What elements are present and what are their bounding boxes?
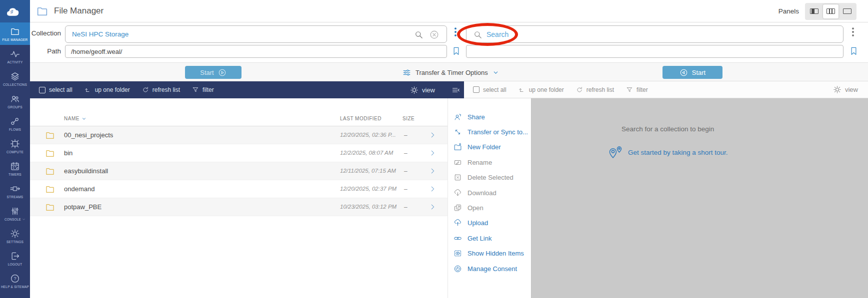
three-panel-icon [843, 8, 852, 14]
path-label: Path [30, 47, 61, 55]
collection-input[interactable] [66, 26, 411, 42]
refresh-list-button[interactable]: refresh list [576, 86, 614, 93]
left-collection-menu-dots-icon[interactable] [450, 26, 461, 37]
logout-icon [10, 251, 20, 261]
bookmark-icon[interactable] [849, 45, 858, 57]
stream-icon [10, 184, 20, 194]
sidebar-item-collections[interactable]: COLLECTIONS [0, 67, 30, 90]
up-one-folder-button[interactable]: up one folder [84, 86, 130, 93]
menu-item-show-hidden-items[interactable]: Show Hidden Items [448, 246, 531, 261]
new-folder-icon [454, 143, 462, 151]
page-title: File Manager [54, 6, 104, 16]
sidebar-item-activity[interactable]: ACTIVITY [0, 45, 30, 67]
table-row-folder[interactable]: potpaw_PBE 10/23/2025, 03:12 PM – [30, 198, 448, 216]
last-modified: 12/11/2025, 07:15 AM [340, 168, 396, 174]
menu-item-share[interactable]: Share [448, 109, 531, 124]
table-row-folder[interactable]: ondemand 12/20/2025, 02:37 PM – [30, 180, 448, 198]
filter-button[interactable]: filter [192, 86, 214, 93]
table-row-folder[interactable]: 00_nesi_projects 12/20/2025, 02:36 P... … [30, 126, 448, 144]
menu-item-new-folder[interactable]: New Folder [448, 140, 531, 155]
gear-icon [410, 86, 418, 94]
folder-name: easybuildinstall [64, 167, 108, 175]
menu-item-open[interactable]: Open [448, 200, 531, 215]
activity-pulse-icon [10, 49, 20, 59]
sort-by-name-header[interactable]: NAME [64, 116, 86, 121]
chevron-right-icon[interactable] [429, 131, 436, 139]
file-manager-folder-icon [36, 5, 48, 17]
right-collection-search-input[interactable] [486, 26, 836, 42]
sidebar-item-flows[interactable]: FLOWS [0, 112, 30, 135]
sidebar-item-logout[interactable]: LOGOUT [0, 247, 30, 270]
sidebar-item-compute[interactable]: COMPUTE [0, 135, 30, 157]
people-icon [10, 94, 20, 104]
select-all-button[interactable]: select all [39, 86, 72, 93]
one-panel-button[interactable] [806, 4, 822, 18]
menu-item-delete-selected[interactable]: Delete Selected [448, 170, 531, 185]
table-row-folder[interactable]: easybuildinstall 12/11/2025, 07:15 AM – [30, 162, 448, 180]
up-one-folder-icon [84, 86, 92, 93]
search-icon[interactable] [414, 30, 424, 39]
file-list: NAME LAST MODIFIED SIZE 00_nesi_projects… [30, 98, 448, 298]
right-path-input[interactable] [466, 45, 844, 58]
menu-item-upload[interactable]: Upload [448, 216, 531, 231]
up-one-folder-icon [518, 86, 526, 93]
chevron-right-icon[interactable] [429, 203, 436, 211]
tour-link[interactable]: Get started by taking a short tour. [608, 144, 728, 160]
left-path-input[interactable] [65, 45, 447, 58]
panels-label: Panels [778, 7, 799, 15]
view-options-button[interactable]: view [410, 86, 435, 94]
view-options-button[interactable]: view [833, 85, 858, 94]
right-collection-menu-dots-icon[interactable] [848, 26, 858, 37]
two-panel-icon [826, 8, 835, 14]
filter-button[interactable]: filter [626, 86, 648, 93]
chevron-right-icon[interactable] [429, 185, 436, 193]
menu-item-rename[interactable]: Rename [448, 155, 531, 170]
left-start-transfer-button[interactable]: Start [185, 66, 242, 79]
cloud-upload-icon [454, 219, 462, 227]
sidebar-item-help-sitemap[interactable]: HELP & SITEMAP [0, 270, 30, 292]
folder-icon [45, 184, 55, 194]
left-nav-sidebar: FILE MANAGER ACTIVITY COLLECTIONS GROUPS… [0, 22, 30, 298]
menu-item-transfer-or-sync[interactable]: Transfer or Sync to... [448, 124, 531, 139]
start-button-label: Start [200, 69, 214, 76]
filter-funnel-icon [626, 86, 633, 93]
bookmark-icon[interactable] [452, 45, 461, 57]
sidebar-item-streams[interactable]: STREAMS [0, 180, 30, 202]
sidebar-item-label: FLOWS [9, 128, 21, 131]
play-left-icon [680, 68, 688, 77]
select-all-checkbox[interactable] [39, 87, 46, 93]
folder-name: 00_nesi_projects [64, 131, 113, 139]
menu-item-label: Open [468, 204, 484, 212]
menu-item-download[interactable]: Download [448, 185, 531, 200]
clear-collection-icon[interactable] [429, 29, 440, 40]
up-one-folder-button[interactable]: up one folder [518, 86, 564, 93]
menu-item-manage-consent[interactable]: Manage Consent [448, 261, 531, 276]
left-panel-toolbar: select all up one folder refresh list fi… [30, 81, 464, 98]
select-all-label: select all [483, 86, 506, 93]
globus-cloud-logo[interactable]: g [0, 0, 30, 22]
select-all-checkbox[interactable] [473, 86, 480, 93]
sidebar-item-file-manager[interactable]: FILE MANAGER [0, 22, 30, 45]
sidebar-item-console[interactable]: CONSOLE [0, 202, 30, 225]
refresh-icon [142, 86, 149, 93]
chevron-right-icon[interactable] [429, 167, 436, 175]
chevron-right-icon[interactable] [429, 149, 436, 157]
two-panel-button[interactable] [823, 4, 838, 18]
sidebar-item-label: GROUPS [8, 105, 22, 109]
up-one-folder-label: up one folder [529, 86, 564, 93]
sidebar-item-settings[interactable]: SETTINGS [0, 225, 30, 247]
transfer-timer-options-toggle[interactable]: Transfer & Timer Options [402, 63, 499, 82]
sidebar-item-label: SETTINGS [6, 240, 24, 244]
tour-link-label: Get started by taking a short tour. [628, 149, 728, 156]
menu-item-get-link[interactable]: Get Link [448, 231, 531, 246]
table-row-folder[interactable]: bin 12/2/2025, 08:07 AM – [30, 144, 448, 162]
sidebar-item-label: COLLECTIONS [3, 83, 27, 86]
flow-icon [10, 116, 20, 126]
three-panel-button[interactable] [840, 4, 855, 18]
select-all-button[interactable]: select all [473, 86, 506, 93]
sidebar-item-groups[interactable]: GROUPS [0, 90, 30, 112]
right-start-transfer-button[interactable]: Start [662, 66, 722, 79]
collapse-menu-icon[interactable] [452, 86, 460, 94]
refresh-list-button[interactable]: refresh list [142, 86, 180, 93]
sidebar-item-timers[interactable]: TIMERS [0, 157, 30, 180]
